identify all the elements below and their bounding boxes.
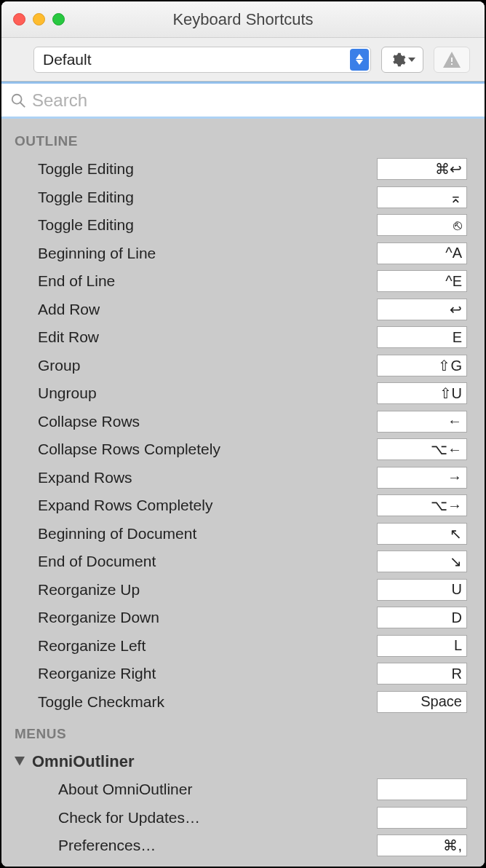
shortcut-field[interactable]: ⌥←: [377, 438, 467, 460]
shortcut-row: Check for Updates…: [1, 804, 485, 832]
gear-icon: [390, 52, 406, 68]
shortcut-label: Edit Row: [1, 328, 377, 346]
shortcut-row: Expand Rows Completely⌥→: [1, 492, 485, 520]
shortcut-field[interactable]: →: [377, 467, 467, 489]
shortcut-row: Reorganize LeftL: [1, 632, 485, 660]
shortcut-label: Add Row: [1, 301, 377, 318]
shortcut-label: Group: [1, 357, 377, 374]
shortcut-field[interactable]: U: [377, 579, 467, 601]
zoom-button[interactable]: [52, 13, 65, 25]
shortcut-field[interactable]: R: [377, 663, 467, 684]
shortcut-row: Toggle Editing⌘↩: [1, 155, 485, 184]
shortcut-row: Collapse Rows←: [1, 408, 485, 436]
shortcut-row: End of Document↘: [1, 548, 485, 576]
shortcut-label: Ungroup: [1, 384, 377, 402]
preset-select[interactable]: Default: [33, 47, 371, 73]
traffic-lights: [1, 13, 65, 25]
minimize-button[interactable]: [33, 13, 45, 25]
shortcut-field[interactable]: [377, 778, 467, 800]
shortcut-field[interactable]: ⇧G: [377, 355, 467, 376]
shortcut-label: Expand Rows Completely: [1, 497, 377, 514]
shortcut-field[interactable]: ↩: [377, 299, 467, 320]
select-arrows-icon: [350, 49, 369, 71]
action-menu-button[interactable]: [381, 47, 423, 73]
preferences-window: Keyboard Shortcuts Default OUTLINE Toggl…: [1, 1, 485, 867]
shortcut-label: End of Document: [1, 553, 377, 570]
shortcut-field[interactable]: ↖: [377, 523, 467, 545]
titlebar: Keyboard Shortcuts: [1, 1, 485, 38]
disclosure-triangle-icon: [15, 757, 25, 767]
window-title: Keyboard Shortcuts: [1, 10, 485, 29]
shortcut-row: Toggle Editing⌅: [1, 184, 485, 212]
shortcut-label: Check for Updates…: [1, 809, 377, 826]
shortcut-field[interactable]: ⌘,: [377, 835, 467, 856]
shortcut-field[interactable]: ^A: [377, 242, 467, 264]
shortcut-field[interactable]: ⌅: [377, 186, 467, 208]
shortcut-row: Edit RowE: [1, 323, 485, 352]
shortcut-row: Toggle CheckmarkSpace: [1, 688, 485, 717]
shortcut-label: Expand Rows: [1, 469, 377, 486]
shortcut-label: Reorganize Left: [1, 637, 377, 655]
shortcut-row: Reorganize RightR: [1, 660, 485, 688]
shortcut-field[interactable]: ⌥→: [377, 494, 467, 516]
close-button[interactable]: [13, 13, 25, 25]
preset-label: Default: [43, 51, 350, 68]
shortcut-row: Ungroup⇧U: [1, 379, 485, 408]
shortcut-field[interactable]: ←: [377, 411, 467, 433]
chevron-down-icon: [408, 58, 415, 62]
shortcut-field[interactable]: ⌘↩: [377, 158, 467, 180]
shortcut-label: Toggle Editing: [1, 160, 377, 178]
menu-group-title: OmniOutliner: [32, 752, 135, 771]
shortcut-row: About OmniOutliner: [1, 776, 485, 804]
toolbar: Default: [1, 38, 485, 82]
shortcut-label: Collapse Rows Completely: [1, 441, 377, 458]
shortcut-label: Collapse Rows: [1, 413, 377, 430]
shortcut-field[interactable]: ^E: [377, 270, 467, 292]
shortcut-row: Collapse Rows Completely⌥←: [1, 435, 485, 464]
shortcut-field[interactable]: Space: [377, 691, 467, 713]
svg-line-1: [20, 102, 25, 106]
search-icon: [10, 92, 26, 108]
shortcut-row: Beginning of Document↖: [1, 520, 485, 548]
shortcut-row: Expand Rows→: [1, 464, 485, 492]
shortcut-label: Reorganize Up: [1, 581, 377, 599]
menu-group-row[interactable]: OmniOutliner: [1, 748, 485, 776]
shortcut-row: Reorganize DownD: [1, 604, 485, 632]
shortcut-list: OUTLINE Toggle Editing⌘↩Toggle Editing⌅T…: [1, 119, 485, 867]
search-input[interactable]: [32, 90, 476, 111]
svg-point-0: [12, 94, 22, 103]
shortcut-label: Preferences…: [1, 837, 377, 854]
shortcut-label: Toggle Editing: [1, 189, 377, 206]
shortcut-row: Reorganize UpU: [1, 576, 485, 604]
shortcut-label: About OmniOutliner: [1, 781, 377, 798]
shortcut-row: Add Row↩: [1, 296, 485, 324]
shortcut-field[interactable]: D: [377, 607, 467, 628]
shortcut-field[interactable]: L: [377, 635, 467, 657]
shortcut-label: Toggle Editing: [1, 216, 377, 234]
shortcut-label: Beginning of Line: [1, 245, 377, 262]
shortcut-row: End of Line^E: [1, 267, 485, 296]
shortcut-field[interactable]: ⇧U: [377, 382, 467, 404]
section-header-outline: OUTLINE: [1, 129, 485, 155]
shortcut-row: Beginning of Line^A: [1, 240, 485, 268]
warning-icon: [443, 52, 461, 68]
shortcut-label: Toggle Checkmark: [1, 693, 377, 711]
shortcut-label: Reorganize Right: [1, 665, 377, 682]
search-row: [1, 84, 485, 119]
warning-button[interactable]: [434, 47, 470, 73]
section-header-menus: MENUS: [1, 716, 485, 748]
shortcut-label: Beginning of Document: [1, 525, 377, 542]
shortcut-field[interactable]: ↘: [377, 551, 467, 572]
shortcut-field[interactable]: [377, 807, 467, 829]
shortcut-label: Reorganize Down: [1, 609, 377, 626]
shortcut-label: End of Line: [1, 272, 377, 290]
shortcut-row: Group⇧G: [1, 352, 485, 380]
shortcut-field[interactable]: E: [377, 326, 467, 348]
shortcut-row: Toggle Editing⎋: [1, 211, 485, 240]
shortcut-field[interactable]: ⎋: [377, 214, 467, 236]
shortcut-row: Preferences…⌘,: [1, 832, 485, 860]
